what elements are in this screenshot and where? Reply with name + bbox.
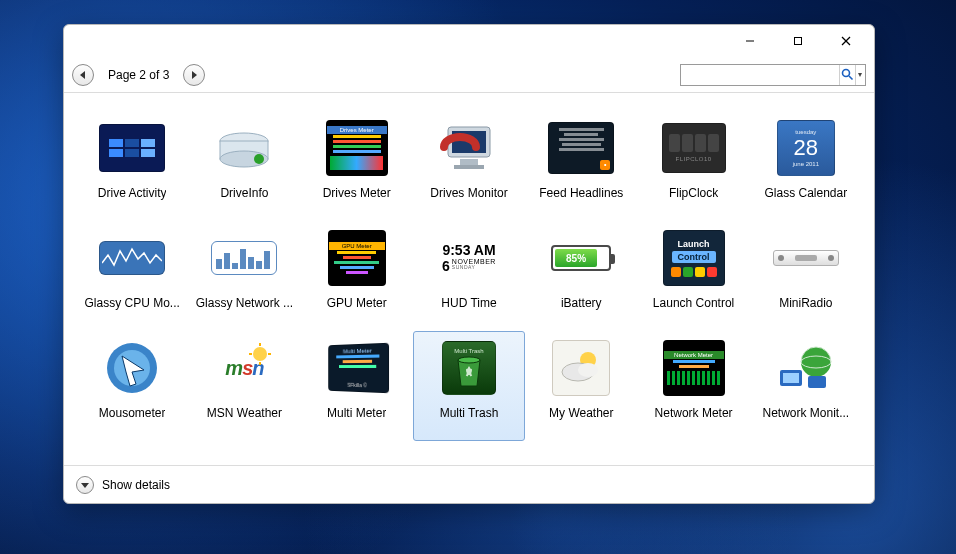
gadget-label: Feed Headlines [539, 186, 623, 200]
show-details-toggle[interactable] [76, 476, 94, 494]
gadget-label: Multi Trash [440, 406, 499, 420]
flipclock-icon: FLIPCLO10 [659, 118, 729, 178]
gadget-network-monitor[interactable]: Network Monit... [750, 331, 862, 441]
gadget-label: GPU Meter [327, 296, 387, 310]
svg-rect-17 [224, 253, 230, 269]
gadget-label: FlipClock [669, 186, 718, 200]
svg-point-11 [254, 154, 264, 164]
svg-rect-16 [216, 259, 222, 269]
gadget-multi-meter[interactable]: Multi MeterSFkilla ©Multi Meter [301, 331, 413, 441]
gadget-gallery-window: Page 2 of 3 ▾ Drive ActivityDriveInfoDri… [63, 24, 875, 504]
maximize-button[interactable] [776, 28, 820, 54]
svg-rect-19 [240, 249, 246, 269]
glass-calendar-icon: tuesday28june 2011 [771, 118, 841, 178]
svg-rect-14 [460, 159, 478, 165]
gadget-grid: Drive ActivityDriveInfoDrives MeterDrive… [64, 93, 874, 465]
gadget-label: Network Monit... [762, 406, 849, 420]
gadget-driveinfo[interactable]: DriveInfo [188, 111, 300, 221]
toolbar: Page 2 of 3 ▾ [64, 57, 874, 93]
gadget-gpu-meter[interactable]: GPU MeterGPU Meter [301, 221, 413, 331]
gadget-my-weather[interactable]: My Weather [525, 331, 637, 441]
my-weather-icon [546, 338, 616, 398]
prev-page-button[interactable] [72, 64, 94, 86]
network-meter-icon: Network Meter [659, 338, 729, 398]
gadget-label: iBattery [561, 296, 602, 310]
svg-marker-4 [80, 71, 85, 79]
svg-rect-22 [264, 251, 270, 269]
gadget-label: MiniRadio [779, 296, 832, 310]
launch-control-icon: LaunchControl [659, 228, 729, 288]
gadget-drive-activity[interactable]: Drive Activity [76, 111, 188, 221]
page-indicator: Page 2 of 3 [100, 68, 177, 82]
show-details-label: Show details [102, 478, 170, 492]
gadget-label: Glassy CPU Mo... [84, 296, 179, 310]
ibattery-icon: 85% [546, 228, 616, 288]
gadget-multi-trash[interactable]: Multi TrashMulti Trash [413, 331, 525, 441]
search-input[interactable] [681, 68, 839, 82]
gadget-glassy-cpu[interactable]: Glassy CPU Mo... [76, 221, 188, 331]
gadget-glass-calendar[interactable]: tuesday28june 2011Glass Calendar [750, 111, 862, 221]
svg-point-26 [253, 347, 267, 361]
svg-rect-38 [783, 373, 799, 383]
svg-rect-20 [248, 257, 254, 269]
glassy-network-icon [209, 228, 279, 288]
miniradio-icon [771, 228, 841, 288]
msn-weather-icon: msn [209, 338, 279, 398]
drives-monitor-icon [434, 118, 504, 178]
drive-activity-icon [97, 118, 167, 178]
svg-point-6 [842, 70, 849, 77]
gpu-meter-icon: GPU Meter [322, 228, 392, 288]
driveinfo-icon [209, 118, 279, 178]
feed-headlines-icon: • [546, 118, 616, 178]
svg-marker-40 [81, 483, 89, 488]
drives-meter-icon: Drives Meter [322, 118, 392, 178]
search-dropdown[interactable]: ▾ [855, 65, 865, 85]
gadget-glassy-network[interactable]: Glassy Network ... [188, 221, 300, 331]
titlebar [64, 25, 874, 57]
gadget-drives-meter[interactable]: Drives MeterDrives Meter [301, 111, 413, 221]
gadget-label: Drive Activity [98, 186, 167, 200]
gadget-label: Mousometer [99, 406, 166, 420]
multi-trash-icon: Multi Trash [434, 338, 504, 398]
gadget-msn-weather[interactable]: msnMSN Weather [188, 331, 300, 441]
next-page-button[interactable] [183, 64, 205, 86]
close-button[interactable] [824, 28, 868, 54]
search-button[interactable] [839, 65, 855, 85]
gadget-feed-headlines[interactable]: •Feed Headlines [525, 111, 637, 221]
gadget-flipclock[interactable]: FLIPCLO10FlipClock [637, 111, 749, 221]
network-monitor-icon [771, 338, 841, 398]
gadget-label: My Weather [549, 406, 613, 420]
search-box: ▾ [680, 64, 866, 86]
gadget-label: Network Meter [655, 406, 733, 420]
gadget-network-meter[interactable]: Network MeterNetwork Meter [637, 331, 749, 441]
gadget-label: HUD Time [441, 296, 496, 310]
svg-rect-21 [256, 261, 262, 269]
multi-meter-icon: Multi MeterSFkilla © [322, 338, 392, 398]
mousometer-icon [97, 338, 167, 398]
svg-point-34 [578, 363, 598, 377]
gadget-drives-monitor[interactable]: Drives Monitor [413, 111, 525, 221]
svg-line-7 [849, 76, 853, 80]
gadget-launch-control[interactable]: LaunchControlLaunch Control [637, 221, 749, 331]
gadget-ibattery[interactable]: 85%iBattery [525, 221, 637, 331]
svg-rect-18 [232, 263, 238, 269]
svg-marker-5 [192, 71, 197, 79]
glassy-cpu-icon [97, 228, 167, 288]
gadget-label: MSN Weather [207, 406, 282, 420]
gadget-miniradio[interactable]: MiniRadio [750, 221, 862, 331]
gadget-label: Glassy Network ... [196, 296, 293, 310]
svg-rect-15 [454, 165, 484, 169]
hud-time-icon: 9:53 AM6NOVEMBERSUNDAY [434, 228, 504, 288]
gadget-hud-time[interactable]: 9:53 AM6NOVEMBERSUNDAYHUD Time [413, 221, 525, 331]
gadget-label: Launch Control [653, 296, 734, 310]
svg-point-31 [458, 357, 480, 363]
gadget-label: Multi Meter [327, 406, 386, 420]
minimize-button[interactable] [728, 28, 772, 54]
gadget-label: Glass Calendar [764, 186, 847, 200]
gadget-label: Drives Monitor [430, 186, 507, 200]
svg-rect-39 [808, 376, 826, 388]
gadget-label: Drives Meter [323, 186, 391, 200]
footer: Show details [64, 465, 874, 503]
gadget-mousometer[interactable]: Mousometer [76, 331, 188, 441]
gadget-label: DriveInfo [220, 186, 268, 200]
